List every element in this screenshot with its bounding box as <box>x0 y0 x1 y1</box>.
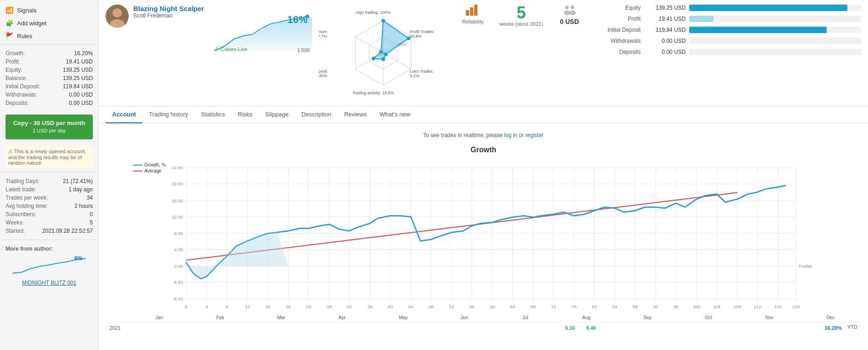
sidebar-signals-label: Signals <box>17 7 37 14</box>
svg-text:20.00: 20.00 <box>172 181 183 186</box>
svg-point-2 <box>113 8 122 17</box>
metric-bar <box>689 16 713 22</box>
sidebar-divider-2 <box>0 172 98 172</box>
weeks-count: 5 <box>498 5 544 21</box>
svg-text:76: 76 <box>572 304 577 309</box>
svg-text:Trades: Trades <box>798 264 812 269</box>
svg-text:96: 96 <box>673 304 678 309</box>
warning-text: ⚠ This is a newly opened account, and th… <box>8 149 86 166</box>
svg-text:88: 88 <box>633 304 638 309</box>
metric-row-deposits: Deposits0.00 USD <box>595 49 861 55</box>
sidebar-add-widget-label: Add widget <box>17 20 46 27</box>
growth-mini-chart: 16% ✓ Coinex-Live 1:500 <box>211 5 312 55</box>
svg-point-36 <box>565 6 569 9</box>
svg-text:Algo trading: 100%: Algo trading: 100% <box>356 10 391 15</box>
sidebar-item-add-widget[interactable]: 🧩 Add widget <box>0 17 98 29</box>
sidebar-item-rules[interactable]: 🚩 Rules <box>0 29 98 42</box>
reliability-block: Reliability <box>454 5 491 24</box>
legend-growth: Growth, % <box>133 162 166 167</box>
legend-growth-color <box>133 165 142 166</box>
stat-withdrawals-label: Withdrawals: <box>6 92 37 98</box>
svg-point-38 <box>571 6 574 9</box>
chart-footer-jun: 6.16 <box>560 324 580 332</box>
warning-box: ⚠ This is a newly opened account, and th… <box>6 146 93 168</box>
svg-text:44: 44 <box>408 304 414 309</box>
svg-point-39 <box>569 11 576 15</box>
svg-text:8: 8 <box>226 304 228 309</box>
svg-text:16: 16 <box>265 304 270 309</box>
svg-text:40: 40 <box>388 304 393 309</box>
copy-button-line1: Copy - 30 USD per month <box>13 120 85 126</box>
mini-chart-svg: 6% <box>6 255 93 278</box>
svg-text:12.00: 12.00 <box>172 214 183 219</box>
month-labels-row: Jan Feb Mar Apr May Jun Jul Aug Sep Oct … <box>106 315 861 320</box>
stat-initial-deposit-label: Initial Deposit: <box>6 83 40 90</box>
tab-description[interactable]: Description <box>295 106 338 123</box>
tab-whats-new[interactable]: What's new <box>373 106 417 123</box>
metric-value: 139.25 USD <box>644 5 686 11</box>
tab-trading-history[interactable]: Trading history <box>142 106 195 123</box>
svg-text:36: 36 <box>368 304 373 309</box>
growth-chart-container: .grid-line { stroke: #e8e8e8; stroke-wid… <box>106 158 861 314</box>
metric-bar <box>689 27 827 33</box>
stat-deposits-value: 0.00 USD <box>69 100 93 106</box>
stat-equity-label: Equity: <box>6 67 23 73</box>
svg-point-15 <box>381 19 385 23</box>
sidebar-rules-label: Rules <box>17 33 32 40</box>
broker-badge: ✓ Coinex-Live <box>213 46 247 53</box>
metric-row-profit: Profit19.41 USD <box>595 16 861 22</box>
tab-account[interactable]: Account <box>106 106 142 123</box>
tab-slippage[interactable]: Slippage <box>259 106 295 123</box>
or-text: or <box>519 132 524 138</box>
svg-text:52: 52 <box>449 304 454 309</box>
stat-avg-holding-time: Avg holding time: 2 hours <box>6 202 93 210</box>
stat-balance: Balance: 139.25 USD <box>6 74 93 82</box>
stat-deposits-label: Deposits: <box>6 100 28 106</box>
more-from-author: More from author: 6% MIDNIGHT BLITZ 001 <box>0 242 98 290</box>
metric-bar <box>689 5 847 11</box>
stat-growth-label: Growth: <box>6 50 25 57</box>
login-link[interactable]: log in <box>504 132 517 138</box>
month-jun: Jun <box>434 315 495 320</box>
metric-name: Profit <box>595 16 641 22</box>
copy-button[interactable]: Copy - 30 USD per month 1 USD per day <box>6 115 93 139</box>
svg-text:drawdown: 7.7%: drawdown: 7.7% <box>319 34 327 39</box>
add-widget-icon: 🧩 <box>6 19 13 27</box>
realtime-notice-text: To see trades in realtime, please <box>423 132 503 138</box>
sidebar-item-signals[interactable]: 📶 Signals <box>0 4 98 17</box>
stat-deposits: Deposits: 0.00 USD <box>6 99 93 107</box>
svg-text:56: 56 <box>469 304 474 309</box>
svg-text:Loss Trades:: Loss Trades: <box>410 69 434 74</box>
svg-text:9.2%: 9.2% <box>410 74 420 78</box>
register-link[interactable]: register <box>525 132 544 138</box>
stat-growth: Growth: 16.20% <box>6 49 93 57</box>
stat-started-label: Started: <box>6 228 25 234</box>
sidebar-divider-3 <box>0 240 98 240</box>
month-feb: Feb <box>190 315 251 320</box>
svg-text:32: 32 <box>347 304 352 309</box>
svg-text:16.00: 16.00 <box>172 198 183 203</box>
tab-statistics[interactable]: Statistics <box>195 106 232 123</box>
stat-weeks-label: Weeks: <box>6 219 24 226</box>
stat-avg-holding-time-value: 2 hours <box>74 203 93 209</box>
growth-chart-svg: .grid-line { stroke: #e8e8e8; stroke-wid… <box>106 158 861 314</box>
svg-point-19 <box>372 57 375 60</box>
stat-trades-per-week: Trades per week: 34 <box>6 194 93 202</box>
profile-avatar <box>106 5 129 28</box>
svg-text:104: 104 <box>713 304 721 309</box>
tab-reviews[interactable]: Reviews <box>338 106 373 123</box>
svg-text:12: 12 <box>245 304 250 309</box>
svg-text:-8.00: -8.00 <box>173 296 183 301</box>
svg-text:Maximum: Maximum <box>319 29 327 34</box>
mini-chart-link[interactable]: MIDNIGHT BLITZ 001 <box>6 280 93 286</box>
svg-text:-4.00: -4.00 <box>173 280 183 285</box>
svg-text:92: 92 <box>653 304 658 309</box>
profile-name: Blazing Night Scalper <box>133 5 204 12</box>
svg-text:120: 120 <box>792 304 800 309</box>
metric-value: 119.84 USD <box>644 27 686 33</box>
stat-trading-days: Trading Days: 21 (72.41%) <box>6 177 93 185</box>
month-jul: Jul <box>495 315 556 320</box>
svg-text:72: 72 <box>551 304 556 309</box>
growth-percentage-label: 16% <box>287 14 307 26</box>
tab-risks[interactable]: Risks <box>232 106 259 123</box>
